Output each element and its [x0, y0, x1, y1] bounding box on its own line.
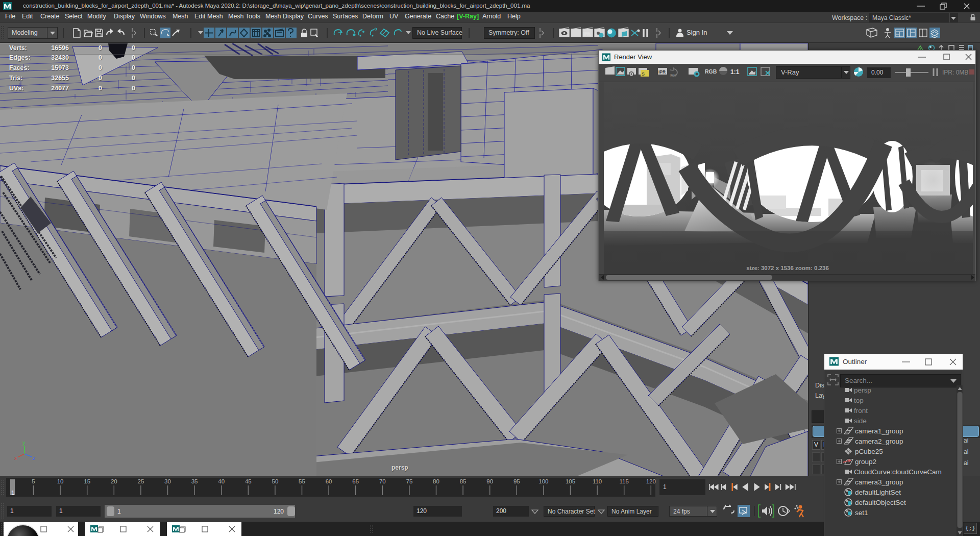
svg-text:115: 115 [620, 478, 629, 484]
svg-text:persp: persp [854, 386, 871, 394]
svg-text:45: 45 [245, 478, 252, 484]
svg-text:IPR: IPR [670, 73, 676, 78]
svg-text:110: 110 [593, 478, 602, 484]
svg-text:CloudCurve:cloudCurveCam: CloudCurve:cloudCurveCam [854, 468, 942, 476]
svg-text:set1: set1 [855, 509, 868, 517]
svg-text:90: 90 [486, 478, 493, 484]
svg-text:camera2_group: camera2_group [855, 437, 903, 445]
svg-text:y: y [22, 440, 25, 446]
svg-text:60: 60 [326, 478, 332, 484]
svg-text:50: 50 [272, 478, 279, 484]
svg-text:IPR: IPR [658, 69, 666, 75]
svg-text:top: top [854, 397, 864, 404]
svg-text:95: 95 [513, 478, 520, 484]
svg-text:defaultObjectSet: defaultObjectSet [855, 499, 906, 506]
svg-text:side: side [854, 417, 867, 425]
svg-text:105: 105 [566, 478, 575, 484]
svg-text:IPR: IPR [583, 32, 591, 36]
svg-text:65: 65 [352, 478, 359, 484]
svg-text:5: 5 [32, 478, 35, 484]
svg-text:35: 35 [191, 478, 198, 484]
svg-text:defaultLightSet: defaultLightSet [855, 489, 901, 496]
svg-text:30: 30 [164, 478, 171, 484]
svg-text:1: 1 [11, 490, 14, 496]
svg-text:RGB: RGB [705, 68, 717, 75]
svg-text:S: S [642, 71, 645, 77]
svg-text:1:1: 1:1 [730, 68, 740, 76]
svg-text:20: 20 [111, 478, 117, 484]
svg-text:70: 70 [379, 478, 386, 484]
svg-text:pCube25: pCube25 [855, 448, 883, 455]
svg-text:camera1_group: camera1_group [855, 427, 903, 435]
svg-text:camera3_group: camera3_group [855, 478, 903, 486]
svg-text:80: 80 [433, 478, 439, 484]
svg-text:55: 55 [299, 478, 305, 484]
svg-text:10: 10 [57, 478, 64, 484]
svg-text:x: x [14, 455, 17, 461]
svg-text:front: front [854, 407, 868, 415]
svg-text:40: 40 [218, 478, 225, 484]
svg-text:75: 75 [406, 478, 413, 484]
svg-text:group2: group2 [855, 458, 876, 466]
svg-text:85: 85 [460, 478, 467, 484]
svg-text:120: 120 [646, 478, 656, 484]
svg-text:100: 100 [538, 478, 548, 484]
svg-text:15: 15 [84, 478, 90, 484]
svg-text:z: z [33, 455, 35, 461]
svg-text:25: 25 [138, 478, 144, 484]
